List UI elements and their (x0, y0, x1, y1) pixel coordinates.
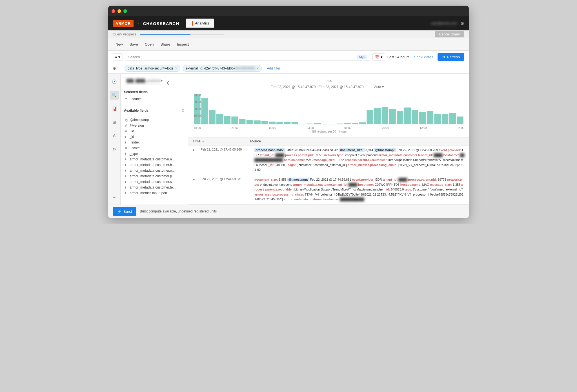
customer-selector[interactable]: ███_████_customer ▾ (124, 77, 165, 84)
query-progress-label: Query Progress (113, 32, 136, 36)
field-type-icon: t (125, 163, 128, 167)
field-item[interactable]: tarmor_metadata.customer.o... (124, 168, 185, 173)
sidebar-icon-search[interactable]: 🔍 (110, 91, 119, 100)
field-name-label: armor_metadata.customer.te... (130, 185, 183, 189)
svg-rect-19 (337, 124, 343, 124)
field-type-icon: t (125, 135, 128, 138)
chart-wrapper: 40,000 30,000 20,000 10,000 0 (193, 93, 464, 133)
svg-rect-13 (292, 122, 298, 124)
bottom-bar: ⚡ Burst Burst compute available, undefin… (108, 205, 469, 218)
analytics-icon: ▐ (190, 21, 193, 25)
sidebar-icon-clock[interactable]: 🕐 (110, 77, 119, 86)
settings-icon[interactable]: ⚙ (460, 21, 464, 26)
open-button[interactable]: Open (142, 41, 157, 48)
content-area: hits Feb 22, 2021 @ 15:42:47.879 - Feb 2… (188, 74, 469, 205)
selected-fields-section: Selected fields ? _source (124, 90, 185, 102)
field-item[interactable]: tarmor_metrics.input_port (124, 190, 185, 196)
search-input[interactable] (128, 55, 357, 59)
hits-section: hits Feb 22, 2021 @ 15:42:47.879 - Feb 2… (188, 74, 469, 138)
sidebar-icon-menu[interactable]: ≡ (110, 192, 119, 201)
sidebar-icon-chart[interactable]: 📊 (110, 104, 119, 113)
field-item[interactable]: #_id (124, 128, 185, 134)
titlebar (108, 6, 469, 16)
field-item[interactable]: #_score (124, 145, 185, 151)
sidebar-icon-text[interactable]: A (110, 131, 119, 140)
auto-select[interactable]: Auto ▾ (372, 84, 387, 90)
table-row[interactable]: ▶ Feb 22, 2021 @ 17:44:59.881 document_s… (188, 175, 469, 205)
filter-tag-2[interactable]: external_id: d2e4fdff-8743-4d6b-••••-•••… (183, 65, 262, 72)
field-item[interactable]: t_type (124, 151, 185, 156)
cancel-query-button[interactable]: Cancel Query (435, 31, 464, 37)
search-bar: # ▾ KQL 📅 ▾ Last 24 hours Show dates ↻ R… (108, 51, 469, 63)
field-item[interactable]: tarmor_metadata.customer.s... (124, 179, 185, 185)
field-item[interactable]: tarmor_metadata.customer.p... (124, 173, 185, 179)
svg-rect-3 (216, 114, 223, 124)
burst-info: Burst compute available, undefined regis… (140, 209, 217, 213)
svg-rect-29 (412, 110, 418, 124)
toolbar: New Save Open Share Inspect (108, 38, 469, 51)
svg-rect-12 (284, 122, 290, 124)
save-button[interactable]: Save (127, 41, 141, 48)
sidebar-icon-settings[interactable]: ⚙ (110, 145, 119, 154)
field-name-label: armor_metadata.customer.o... (130, 169, 183, 173)
filter-gear-icon[interactable]: ⚙ (113, 66, 116, 71)
svg-rect-8 (254, 120, 260, 124)
progress-fill (140, 34, 190, 35)
svg-rect-24 (374, 108, 381, 124)
col-time-header[interactable]: Time ▼ (193, 139, 243, 143)
analytics-tab-label: Analytics (195, 21, 210, 25)
svg-rect-14 (299, 124, 305, 124)
field-item-source[interactable]: ? _source (124, 96, 185, 102)
table-row[interactable]: ▶ Feb 22, 2021 @ 17:45:00.269 process.ha… (188, 145, 469, 175)
close-button[interactable] (112, 9, 115, 13)
row-expander-2[interactable]: ▶ (193, 177, 195, 202)
add-filter-button[interactable]: + Add filter (264, 66, 280, 70)
collapse-panel-button[interactable]: ❮ (166, 80, 170, 85)
svg-rect-26 (389, 109, 396, 124)
filter-tag-1[interactable]: data_type: armor-security-logs × (125, 65, 180, 72)
sidebar-icon-grid[interactable]: ⊞ (110, 118, 119, 127)
field-item[interactable]: tarmor_metadata.customer.h... (124, 162, 185, 168)
armor-logo: ARMOR (113, 20, 134, 27)
filter-tag-1-remove[interactable]: × (175, 66, 177, 71)
minimize-button[interactable] (117, 9, 121, 13)
time-selector[interactable]: 📅 ▾ (372, 53, 385, 61)
field-type-icon: t (125, 180, 128, 183)
topnav-right: user@armor.com ⚙ (431, 21, 464, 26)
field-item[interactable]: tarmor_metadata.customer.te... (124, 185, 185, 190)
maximize-button[interactable] (123, 9, 127, 13)
row-time-2: Feb 22, 2021 @ 17:44:59.881 (201, 177, 250, 202)
svg-rect-32 (434, 114, 441, 124)
refresh-button[interactable]: ↻ Refresh (438, 53, 464, 61)
available-fields-header: Available fields ⚙ (124, 106, 185, 115)
kql-badge[interactable]: KQL (357, 55, 367, 59)
filter-tag-2-remove[interactable]: × (256, 66, 259, 71)
field-name-label: @version (130, 124, 183, 127)
field-item[interactable]: #@version (124, 123, 185, 128)
burst-button[interactable]: ⚡ Burst (113, 207, 136, 216)
svg-rect-33 (442, 114, 448, 124)
share-button[interactable]: Share (157, 41, 173, 48)
svg-rect-10 (269, 122, 276, 124)
row-expander-1[interactable]: ▶ (193, 148, 195, 173)
chevron-down-icon: ▾ (382, 85, 384, 89)
svg-rect-18 (329, 124, 336, 124)
inspect-button[interactable]: Inspect (174, 41, 192, 48)
svg-rect-31 (427, 111, 433, 124)
svg-rect-11 (276, 122, 283, 124)
search-type-selector[interactable]: # ▾ (113, 53, 123, 61)
filter-bar: ⚙ — data_type: armor-security-logs × ext… (108, 63, 469, 74)
field-item[interactable]: t_index (124, 140, 185, 145)
svg-rect-20 (344, 123, 350, 124)
field-item[interactable]: tarmor_metadata.customer.a... (124, 156, 185, 162)
available-fields-gear-icon[interactable]: ⚙ (181, 109, 185, 113)
field-type-icon: @ (125, 118, 128, 122)
field-type-icon: t (125, 169, 128, 172)
field-item[interactable]: @@timestamp (124, 117, 185, 123)
show-dates-button[interactable]: Show dates (412, 54, 436, 60)
query-progress-bar: Query Progress Cancel Query (108, 30, 469, 38)
field-type-source: ? (125, 97, 128, 101)
analytics-tab[interactable]: ▐ Analytics (186, 19, 214, 28)
new-button[interactable]: New (113, 41, 126, 48)
field-item[interactable]: t_id (124, 134, 185, 140)
